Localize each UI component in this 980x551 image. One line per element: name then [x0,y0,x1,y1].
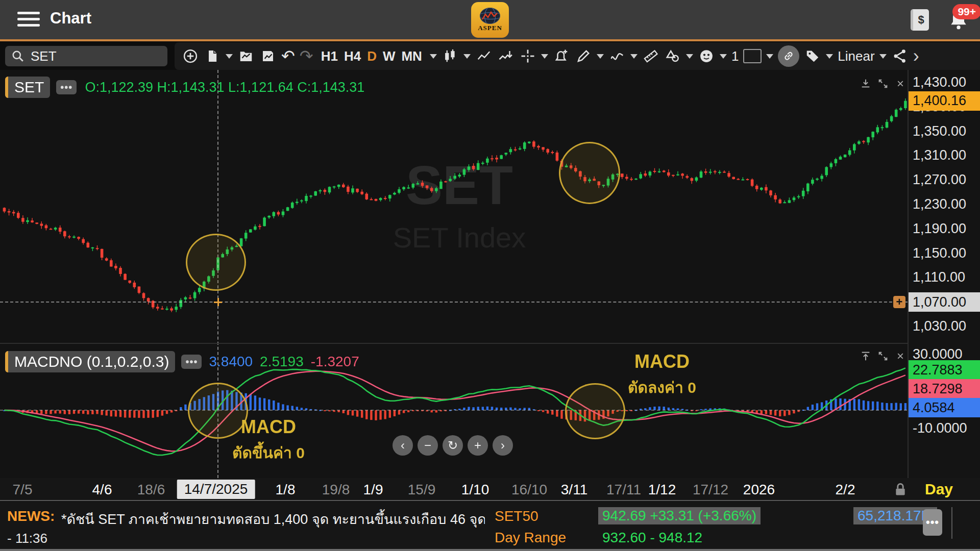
highlight-circle-price [186,234,246,291]
crosshair-caret-icon[interactable] [541,54,548,59]
layout-count: 1 [731,48,739,64]
x-axis-label: 3/11 [561,482,587,498]
zoom-in-button[interactable]: + [468,435,488,456]
new-chart-button[interactable] [204,47,221,65]
wave-tool-button[interactable] [608,47,626,65]
draw-caret-icon[interactable] [597,54,604,59]
x-axis-label: 7/5 [13,482,33,498]
page-title: Chart [50,9,91,28]
symbol-search-input[interactable]: SET [5,46,167,66]
emoji-caret-icon[interactable] [720,54,727,59]
time-axis[interactable]: Day 7/54/618/614/7/20251/819/81/915/91/1… [0,478,980,501]
aspen-logo[interactable]: ASPEN [471,2,509,38]
zoom-out-button[interactable]: − [418,435,438,456]
toolbar: SET ↶ ↷ H1H4DWMN [0,41,980,70]
emoji-button[interactable] [698,47,715,65]
x-axis-label: 2026 [743,482,775,498]
news-label: NEWS: [7,508,55,524]
x-axis-label: 15/9 [408,482,436,498]
macd-value-box: 22.7883 [909,360,980,380]
notifications-bell[interactable]: 99+ [947,8,970,32]
search-icon [11,49,24,63]
interval-label[interactable]: Day [925,481,953,498]
scale-caret-icon[interactable] [879,54,887,59]
price-axis[interactable]: 1,430.001,390.001,350.001,310.001,270.00… [908,70,980,501]
open-chart-button[interactable] [237,47,255,65]
timeframe-h4[interactable]: H4 [344,48,361,64]
tag-caret-icon[interactable] [826,54,833,59]
layout-select-box[interactable] [743,49,762,63]
indicator-template-button[interactable] [497,47,514,65]
macd-value-box: 18.7298 [909,379,980,398]
macd-hist-value: 3.8400 [209,354,253,370]
app-header: Chart ASPEN $ 99+ [0,0,980,39]
macd-signal-value: -1.3207 [311,354,359,370]
close-panel-icon[interactable]: × [894,78,906,90]
x-axis-label: 19/8 [322,482,350,498]
redo-button[interactable]: ↷ [300,48,313,64]
share-button[interactable] [891,47,909,65]
export-panel-icon[interactable] [860,78,872,90]
tag-button[interactable] [804,47,821,65]
compare-button[interactable] [475,47,493,65]
timeframe-caret-icon[interactable] [430,54,437,59]
notification-badge: 99+ [952,4,980,19]
x-axis-label: 2/2 [836,482,855,498]
close-macd-panel-icon[interactable]: × [894,350,906,362]
x-axis-label: 1/8 [276,482,296,498]
undo-button[interactable]: ↶ [281,48,295,64]
menu-icon[interactable] [17,12,40,28]
scale-mode-select[interactable]: Linear [838,48,874,64]
move-up-panel-icon[interactable] [860,350,872,362]
expand-panel-icon[interactable] [877,78,889,90]
timeframe-h1[interactable]: H1 [321,48,338,64]
price-tick: 1,310.00 [913,147,966,163]
shapes-button[interactable] [664,47,681,65]
timeframe-mn[interactable]: MN [401,48,422,64]
timeframe-d[interactable]: D [367,48,377,64]
symbol-menu-button[interactable]: ••• [56,80,77,94]
symbol-label-box[interactable]: SET [5,77,50,98]
price-tick: 1,230.00 [913,196,966,212]
alert-button[interactable] [553,47,570,65]
chart-type-caret-icon[interactable] [463,54,471,59]
panel-divider[interactable] [0,343,980,344]
price-tick: 1,350.00 [913,123,966,139]
expand-macd-panel-icon[interactable] [877,350,889,362]
new-chart-caret-icon[interactable] [226,54,233,59]
timeframe-group: H1H4DWMN [318,48,425,64]
reset-view-button[interactable]: ↻ [443,435,463,456]
wave-caret-icon[interactable] [630,54,638,59]
link-charts-button[interactable] [778,45,799,67]
x-axis-label: 1/10 [461,482,489,498]
macd-panel-header: MACDNO (0.1,0.2,0.3) ••• 3.8400 2.5193 -… [5,351,359,372]
quote-menu-button[interactable]: ••• [923,509,942,536]
crosshair-button[interactable] [519,47,536,65]
lock-icon[interactable] [893,482,908,497]
news-headline[interactable]: *ดัชนี SET ภาคเช้าพยายามทดสอบ 1,400 จุด … [61,508,485,530]
macd-label-box[interactable]: MACDNO (0.1,0.2,0.3) [5,351,175,372]
crosshair-price-box: 1,070.00 [909,292,980,312]
price-panel-controls: × [860,78,906,90]
price-panel-header: SET ••• O:1,122.39 H:1,143.31 L:1,121.64… [5,77,364,98]
pan-left-button[interactable]: ‹ [393,435,413,456]
add-order-button[interactable]: + [893,296,905,308]
toolbar-overflow-chevron[interactable]: › [913,48,919,64]
highlight-circle-macd [565,383,625,439]
ruler-button[interactable] [642,47,659,65]
macd-values: 3.8400 2.5193 -1.3207 [209,354,359,370]
shapes-caret-icon[interactable] [686,54,693,59]
chart-type-button[interactable] [442,47,459,65]
macd-menu-button[interactable]: ••• [181,355,202,369]
macd-panel-controls: × [860,350,906,362]
add-symbol-button[interactable] [182,47,199,65]
macd-label: MACDNO (0.1,0.2,0.3) [8,351,175,372]
quote-last-change: 942.69 +33.31 (+3.66%) [598,507,761,524]
save-chart-button[interactable] [259,47,277,65]
x-axis-label: 16/10 [511,482,547,498]
billing-icon[interactable]: $ [911,9,929,31]
draw-button[interactable] [575,47,592,65]
pan-right-button[interactable]: › [493,435,513,456]
layout-caret-icon[interactable] [766,54,773,59]
timeframe-w[interactable]: W [383,48,396,64]
